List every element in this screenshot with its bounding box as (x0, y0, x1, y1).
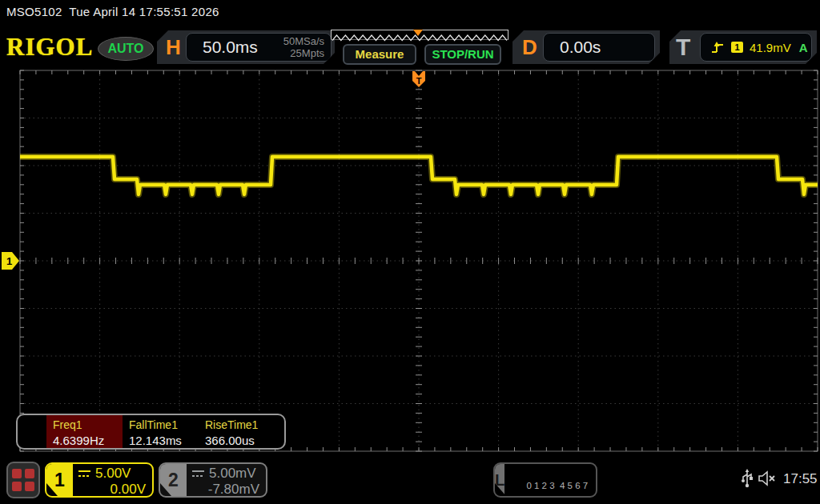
channel-1-badge[interactable]: 1 5.00V 0.00V (45, 462, 154, 498)
dc-coupling-icon (78, 470, 91, 478)
measurement-value: 366.00us (205, 434, 275, 447)
measurement-panel: Freq1 4.6399Hz FallTime1 12.143ms RiseTi… (16, 414, 286, 450)
channel-2-badge[interactable]: 2 5.00mV -7.80mV (159, 462, 267, 498)
grid-icon-square (12, 469, 22, 478)
measurement-label: RiseTime1 (205, 418, 275, 431)
measurement-item-risetime1[interactable]: RiseTime1 366.00us (199, 415, 275, 448)
measurement-item-freq1[interactable]: Freq1 4.6399Hz (46, 415, 123, 448)
logic-channels-badge[interactable]: L 0 1 2 3 4 5 6 7 8 9 1011 12131415 (493, 462, 597, 498)
grid-icon-square (12, 482, 22, 491)
trigger-position-marker[interactable]: T (412, 71, 425, 87)
logic-label: L (495, 464, 504, 496)
grid-icon-square (25, 482, 34, 491)
logic-channel-numbers: 0 1 2 3 4 5 6 7 8 9 1011 12131415 (504, 464, 597, 496)
channel-2-scale: 5.00mV (209, 466, 256, 482)
channel-2-offset: -7.80mV (191, 482, 259, 498)
channel-2-number: 2 (160, 464, 187, 496)
channel-1-info: 5.00V 0.00V (73, 464, 152, 496)
svg-text:T: T (416, 76, 422, 86)
logic-row-1: 0 1 2 3 4 5 6 7 (526, 481, 588, 490)
menu-grid-icon[interactable] (6, 462, 40, 498)
measurement-label: Freq1 (53, 418, 123, 431)
clock: 17:55 (783, 471, 818, 487)
channel-1-number: 1 (46, 464, 73, 496)
measurement-item-falltime1[interactable]: FallTime1 12.143ms (123, 415, 199, 448)
grid-icon-square (25, 469, 34, 478)
channel-1-scale: 5.00V (95, 466, 131, 482)
dc-coupling-icon (191, 470, 205, 478)
usb-icon (741, 469, 754, 488)
channel-1-offset: 0.00V (78, 482, 146, 498)
speaker-muted-icon (758, 470, 778, 486)
measurement-label: FallTime1 (129, 418, 199, 431)
measurement-value: 4.6399Hz (53, 434, 123, 447)
channel-2-info: 5.00mV -7.80mV (187, 464, 266, 496)
channel-1-position-marker[interactable]: 1 (2, 252, 19, 270)
measurement-value: 12.143ms (129, 434, 199, 447)
svg-text:1: 1 (6, 255, 12, 267)
oscilloscope-screen: MSO5102 Tue April 14 17:55:51 2026 RIGOL… (0, 0, 820, 504)
